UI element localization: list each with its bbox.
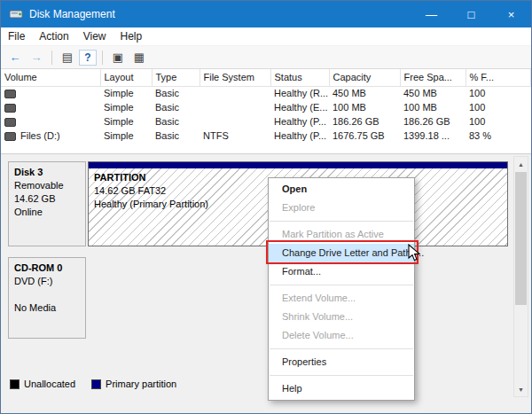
cell-capacity: 1676.75 GB bbox=[329, 129, 400, 143]
volume-icon bbox=[4, 90, 16, 98]
legend-label: Unallocated bbox=[24, 379, 75, 389]
menu-item-help[interactable]: Help bbox=[269, 379, 414, 398]
menu-item-format[interactable]: Format... bbox=[269, 262, 414, 281]
toolbar-separator bbox=[51, 51, 52, 65]
menu-item-extend-volume: Extend Volume... bbox=[269, 289, 414, 308]
unallocated-swatch bbox=[10, 379, 20, 389]
primary-partition-swatch bbox=[91, 379, 101, 389]
legend-primary-partition: Primary partition bbox=[91, 379, 176, 389]
forward-icon[interactable]: → bbox=[27, 49, 46, 66]
column-header-type[interactable]: Type bbox=[152, 69, 200, 86]
cell-layout: Simple bbox=[100, 114, 152, 129]
column-header-percent-free[interactable]: % F... bbox=[466, 69, 531, 86]
cell-type: Basic bbox=[152, 86, 200, 100]
cell-volume: Files (D:) bbox=[1, 129, 100, 143]
cell-percent-free: 100 bbox=[466, 114, 531, 129]
spacer bbox=[14, 288, 80, 301]
menu-item-shrink-volume: Shrink Volume... bbox=[269, 308, 414, 326]
menu-separator bbox=[270, 285, 413, 285]
titlebar: Disk Management — □ × bbox=[1, 1, 531, 27]
cell-filesystem: NTFS bbox=[200, 129, 270, 143]
menu-item-delete-volume: Delete Volume... bbox=[269, 326, 414, 345]
scroll-thumb[interactable] bbox=[515, 172, 527, 305]
cell-free-space: 100 MB bbox=[400, 100, 466, 114]
cell-percent-free: 100 bbox=[466, 100, 531, 114]
table-row[interactable]: Files (D:) Simple Basic NTFS Healthy (P.… bbox=[1, 129, 531, 143]
menu-item-change-drive-letter[interactable]: Change Drive Letter and Paths... bbox=[269, 244, 414, 262]
view-columns-icon[interactable]: ▦ bbox=[129, 49, 149, 66]
menu-separator bbox=[270, 348, 413, 349]
cell-status: Healthy (R... bbox=[270, 86, 329, 100]
cell-volume bbox=[1, 114, 100, 129]
app-icon bbox=[9, 7, 23, 21]
disk-name: Disk 3 bbox=[14, 166, 80, 179]
cell-filesystem bbox=[200, 100, 270, 114]
scroll-up-icon[interactable]: ▲ bbox=[514, 157, 528, 171]
volume-icon bbox=[4, 132, 16, 141]
menu-item-properties[interactable]: Properties bbox=[269, 353, 414, 371]
cell-status: Healthy (E... bbox=[270, 100, 329, 114]
column-header-free-space[interactable]: Free Spa... bbox=[400, 69, 466, 86]
disk3-header[interactable]: Disk 3 Removable 14.62 GB Online bbox=[8, 161, 86, 246]
cell-type: Basic bbox=[152, 129, 200, 143]
legend: Unallocated Primary partition bbox=[10, 379, 176, 389]
cdrom-header[interactable]: CD-ROM 0 DVD (F:) No Media bbox=[8, 257, 86, 339]
cell-layout: Simple bbox=[100, 100, 152, 114]
minimize-button[interactable]: — bbox=[411, 1, 451, 27]
legend-label: Primary partition bbox=[106, 379, 176, 389]
menu-action[interactable]: Action bbox=[32, 30, 75, 43]
toolbar: ← → ▤ ? ▣ ▦ bbox=[1, 46, 531, 69]
menu-separator bbox=[270, 375, 413, 376]
vertical-scrollbar[interactable]: ▲ ▼ bbox=[513, 156, 528, 397]
cell-layout: Simple bbox=[100, 86, 152, 100]
scroll-down-icon[interactable]: ▼ bbox=[514, 382, 528, 396]
disk-management-window: Disk Management — □ × File Action View H… bbox=[0, 0, 532, 414]
console-tree-icon[interactable]: ▤ bbox=[58, 49, 77, 66]
table-row[interactable]: Simple Basic Healthy (P... 186.26 GB 186… bbox=[1, 114, 531, 129]
table-row[interactable]: Simple Basic Healthy (R... 450 MB 450 MB… bbox=[1, 86, 531, 100]
menubar: File Action View Help bbox=[1, 27, 531, 46]
column-header-volume[interactable]: Volume bbox=[1, 69, 100, 86]
disk-status: No Media bbox=[14, 301, 80, 315]
toolbar-separator bbox=[102, 51, 103, 65]
volume-table: Volume Layout Type File System Status Ca… bbox=[1, 69, 531, 143]
cell-capacity: 450 MB bbox=[329, 86, 400, 100]
close-button[interactable]: × bbox=[491, 1, 531, 27]
table-row[interactable]: Simple Basic Healthy (E... 100 MB 100 MB… bbox=[1, 100, 531, 114]
legend-unallocated: Unallocated bbox=[10, 379, 75, 389]
column-header-layout[interactable]: Layout bbox=[100, 69, 152, 86]
column-header-filesystem[interactable]: File System bbox=[200, 69, 270, 86]
cell-percent-free: 100 bbox=[466, 86, 531, 100]
menu-help[interactable]: Help bbox=[113, 30, 150, 43]
column-header-status[interactable]: Status bbox=[270, 69, 329, 86]
cell-volume bbox=[1, 86, 100, 100]
menu-separator bbox=[270, 221, 413, 222]
cell-percent-free: 83 % bbox=[466, 129, 531, 143]
cell-type: Basic bbox=[152, 114, 200, 129]
partition-color-bar bbox=[89, 162, 507, 168]
disk-kind: Removable bbox=[14, 179, 80, 192]
cell-free-space: 450 MB bbox=[400, 86, 466, 100]
disk-properties-icon[interactable]: ▣ bbox=[108, 49, 128, 66]
graphical-view-pane: Disk 3 Removable 14.62 GB Online PARTITI… bbox=[1, 154, 531, 413]
menu-item-open[interactable]: Open bbox=[269, 180, 414, 199]
cell-filesystem bbox=[200, 86, 270, 100]
volume-label: Files (D:) bbox=[20, 130, 60, 141]
disk-name: CD-ROM 0 bbox=[14, 262, 80, 275]
disk-status: Online bbox=[14, 206, 80, 219]
cell-status: Healthy (P... bbox=[270, 129, 329, 143]
table-header-row: Volume Layout Type File System Status Ca… bbox=[1, 69, 531, 86]
menu-view[interactable]: View bbox=[76, 30, 113, 43]
maximize-button[interactable]: □ bbox=[451, 1, 491, 27]
cell-free-space: 1399.18 ... bbox=[400, 129, 466, 143]
back-icon[interactable]: ← bbox=[5, 49, 25, 66]
cell-layout: Simple bbox=[100, 129, 152, 143]
menu-file[interactable]: File bbox=[1, 30, 32, 43]
cell-capacity: 186.26 GB bbox=[329, 114, 400, 129]
cell-free-space: 186.26 GB bbox=[400, 114, 466, 129]
disk-size: 14.62 GB bbox=[14, 192, 80, 206]
column-header-capacity[interactable]: Capacity bbox=[329, 69, 400, 86]
context-menu: Open Explore Mark Partition as Active Ch… bbox=[268, 177, 415, 401]
help-icon[interactable]: ? bbox=[79, 50, 97, 66]
cell-volume bbox=[1, 100, 100, 114]
